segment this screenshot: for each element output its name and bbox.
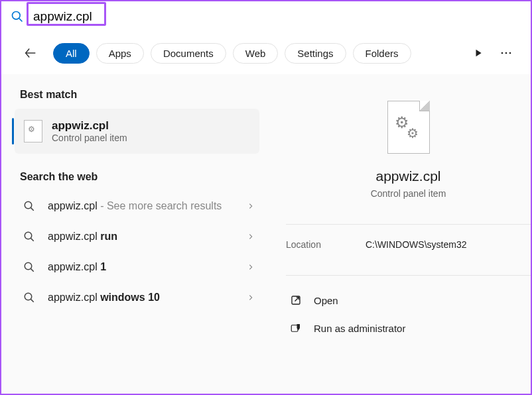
chevron-right-icon[interactable] [247,201,254,211]
filter-documents[interactable]: Documents [151,43,226,64]
svg-point-6 [509,52,511,54]
search-icon [20,292,38,304]
search-icon [20,261,38,273]
preview-file-icon: ⚙⚙ [387,101,430,154]
search-the-web-header: Search the web [15,163,259,191]
web-result[interactable]: appwiz.cpl - See more search results [15,191,259,221]
filter-web[interactable]: Web [233,43,279,64]
chevron-right-icon[interactable] [247,293,254,302]
preview-pane: ⚙⚙ appwiz.cpl Control panel item Locatio… [266,74,531,395]
shield-icon [289,322,303,334]
web-result[interactable]: appwiz.cpl run [15,221,259,252]
scroll-right-icon[interactable] [474,48,483,58]
svg-point-11 [25,262,32,270]
filter-all[interactable]: All [53,43,90,64]
web-result[interactable]: appwiz.cpl 1 [15,252,259,282]
content-area: Best match appwiz.cpl Control panel item… [1,74,531,395]
search-input-wrap [28,5,525,28]
search-input[interactable] [28,7,525,27]
svg-point-0 [13,12,21,20]
svg-line-8 [31,208,34,211]
more-options-icon[interactable] [500,47,512,59]
chevron-right-icon[interactable] [247,232,254,241]
best-match-header: Best match [15,81,259,109]
svg-point-13 [25,293,32,300]
open-action[interactable]: Open [286,286,531,314]
best-match-subtitle: Control panel item [52,133,127,143]
svg-point-4 [501,52,503,54]
svg-line-1 [19,19,23,22]
action-label: Run as administrator [314,323,405,334]
search-icon [20,200,38,212]
web-result-label: appwiz.cpl run [48,231,238,243]
open-icon [289,294,303,306]
filter-apps[interactable]: Apps [96,43,144,64]
best-match-title: appwiz.cpl [52,119,127,133]
search-icon [20,231,38,243]
web-result-label: appwiz.cpl 1 [48,261,238,273]
location-row: Location C:\WINDOWS\system32 [286,235,531,262]
svg-marker-3 [476,50,482,57]
action-label: Open [314,295,338,306]
divider [286,224,531,225]
results-pane: Best match appwiz.cpl Control panel item… [1,74,266,395]
location-label: Location [286,239,366,250]
filter-folders[interactable]: Folders [353,43,411,64]
svg-point-7 [25,201,32,209]
location-value: C:\WINDOWS\system32 [366,239,466,250]
shield-action[interactable]: Run as administrator [286,314,531,342]
svg-line-10 [31,239,34,241]
filter-settings[interactable]: Settings [285,43,346,64]
back-button[interactable] [20,42,41,64]
preview-subtitle: Control panel item [371,188,446,199]
web-result-label: appwiz.cpl - See more search results [48,200,238,212]
web-result-label: appwiz.cpl windows 10 [48,292,238,304]
chevron-right-icon[interactable] [247,262,254,272]
preview-title: appwiz.cpl [375,168,440,184]
svg-point-9 [25,232,32,239]
svg-line-14 [31,300,34,302]
search-bar [1,1,531,32]
best-match-result[interactable]: appwiz.cpl Control panel item [15,109,259,154]
web-result[interactable]: appwiz.cpl windows 10 [15,282,259,313]
cpl-file-icon [24,120,42,142]
divider [286,275,531,276]
filter-row: All Apps Documents Web Settings Folders [1,32,531,74]
search-icon [7,10,28,23]
svg-point-5 [505,52,507,54]
svg-line-12 [31,269,34,272]
